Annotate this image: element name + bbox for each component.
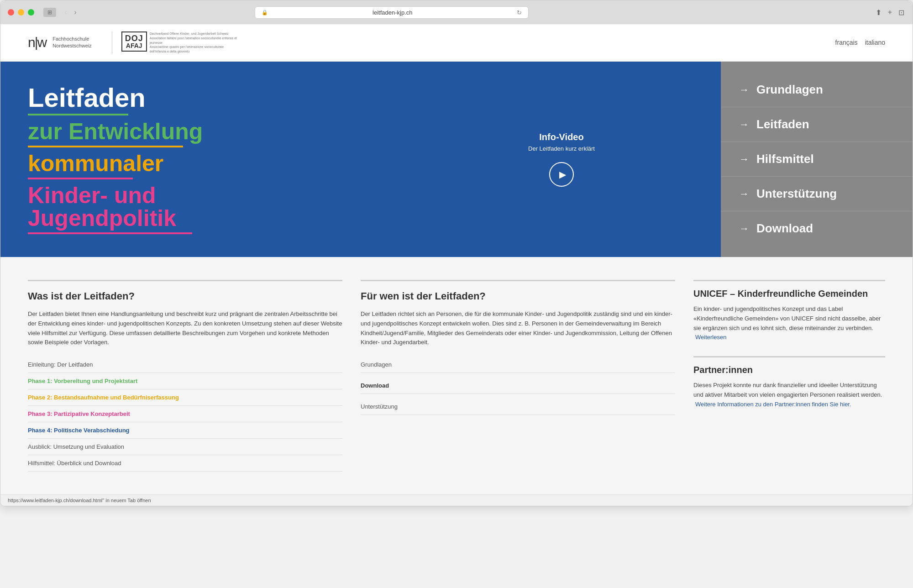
- hero-video: Info-Video Der Leitfaden kurz erklärt ▶: [402, 62, 721, 257]
- video-subtitle: Der Leitfaden kurz erklärt: [528, 145, 595, 152]
- list-item-phase3[interactable]: Phase 3: Partizipative Konzeptarbeit: [28, 406, 342, 422]
- partner-text: Dieses Projekt konnte nur dank finanziel…: [693, 381, 885, 409]
- nav-item-unterstutzung[interactable]: → Unterstützung: [721, 177, 913, 211]
- browser-content: n|w FachhochschuleNordwestschweiz DOJ AF…: [0, 24, 913, 494]
- left-section-title: Was ist der Leitfaden?: [28, 290, 342, 302]
- partner-link[interactable]: Weitere Informationen zu den Partner:inn…: [695, 401, 851, 408]
- divider: [693, 280, 885, 281]
- nav-arrow-icon: →: [739, 223, 749, 235]
- list-item-grundlagen[interactable]: Grundlagen: [361, 357, 675, 373]
- status-url: https://www.leitfaden-kjp.ch/download.ht…: [8, 498, 151, 503]
- underline-1: [28, 114, 128, 116]
- traffic-lights: [8, 9, 34, 16]
- list-item-unterstutzung[interactable]: Unterstützung: [361, 399, 675, 415]
- nav-label: Leitfaden: [756, 117, 809, 131]
- back-button[interactable]: ‹: [62, 6, 69, 18]
- nav-item-hilfsmittel[interactable]: → Hilfsmittel: [721, 142, 913, 177]
- address-bar[interactable]: 🔒 leitfaden-kjp.ch ↻: [255, 6, 529, 19]
- hero-title-2: zur Entwicklung: [28, 120, 375, 143]
- nav-label: Grundlagen: [756, 83, 823, 97]
- divider: [361, 280, 675, 281]
- close-button[interactable]: [8, 9, 14, 16]
- extensions-button[interactable]: ⊡: [897, 7, 905, 18]
- video-title: Info-Video: [539, 132, 583, 142]
- forward-button[interactable]: ›: [71, 6, 79, 18]
- nav-link-ausblick[interactable]: Ausblick: Umsetzung und Evaluation: [28, 443, 124, 450]
- main-content: Was ist der Leitfaden? Der Leitfaden bie…: [0, 257, 913, 494]
- nav-item-grundlagen[interactable]: → Grundlagen: [721, 73, 913, 107]
- add-tab-button[interactable]: +: [887, 7, 893, 17]
- nav-link-phase1[interactable]: Phase 1: Vorbereitung und Projektstart: [28, 378, 137, 384]
- nav-link-phase3[interactable]: Phase 3: Partizipative Konzeptarbeit: [28, 410, 130, 417]
- share-button[interactable]: ⬆: [875, 7, 882, 18]
- hero-title-4: Kinder- und: [28, 184, 375, 207]
- nav-link[interactable]: Einleitung: Der Leitfaden: [28, 361, 93, 368]
- partner-title: Partner:innen: [693, 365, 885, 375]
- hero-title-1: Leitfaden: [28, 84, 375, 111]
- nav-link-phase4[interactable]: Phase 4: Politische Verabschiedung: [28, 427, 130, 434]
- nav-arrow-icon: →: [739, 84, 749, 96]
- logo-nw-text: FachhochschuleNordwestschweiz: [52, 36, 92, 50]
- nav-item-leitfaden[interactable]: → Leitfaden: [721, 107, 913, 142]
- underline-2: [28, 146, 183, 147]
- list-item-phase2[interactable]: Phase 2: Bestandsaufnahme und Bedürfnise…: [28, 389, 342, 406]
- nav-link-phase2[interactable]: Phase 2: Bestandsaufnahme und Bedürfnise…: [28, 394, 179, 401]
- list-item-download[interactable]: Download: [361, 378, 675, 394]
- status-bar: https://www.leitfaden-kjp.ch/download.ht…: [0, 494, 913, 506]
- sidebar-toggle[interactable]: ⊞: [43, 8, 56, 17]
- maximize-button[interactable]: [28, 9, 34, 16]
- unicef-title: UNICEF – Kinderfreundliche Gemeinden: [693, 289, 885, 299]
- underline-3: [28, 178, 133, 179]
- left-column: Was ist der Leitfaden? Der Leitfaden bie…: [28, 280, 342, 472]
- list-item-phase4[interactable]: Phase 4: Politische Verabschiedung: [28, 422, 342, 439]
- logo-doj-main: DOJ: [125, 34, 143, 42]
- nav-label: Download: [756, 221, 813, 236]
- right-column: UNICEF – Kinderfreundliche Gemeinden Ein…: [693, 280, 885, 472]
- minimize-button[interactable]: [18, 9, 24, 16]
- play-button[interactable]: ▶: [549, 162, 574, 187]
- unicef-section: UNICEF – Kinderfreundliche Gemeinden Ein…: [693, 280, 885, 342]
- website: n|w FachhochschuleNordwestschweiz DOJ AF…: [0, 24, 913, 494]
- side-navigation: → Grundlagen → Leitfaden → Hilfsmittel →…: [721, 62, 913, 257]
- list-item[interactable]: Einleitung: Der Leitfaden: [28, 357, 342, 373]
- nav-arrow-icon: →: [739, 119, 749, 131]
- middle-column: Für wen ist der Leitfaden? Der Leitfaden…: [361, 280, 675, 472]
- divider: [28, 280, 342, 281]
- middle-section-title: Für wen ist der Leitfaden?: [361, 290, 675, 302]
- left-section-text: Der Leitfaden bietet Ihnen eine Handlung…: [28, 310, 342, 347]
- unicef-text: Ein kinder- und jugendpolitisches Konzep…: [693, 304, 885, 342]
- hero-left: Leitfaden zur Entwicklung kommunaler Kin…: [0, 62, 402, 257]
- underline-5: [28, 232, 192, 234]
- partner-section: Partner:innen Dieses Projekt konnte nur …: [693, 356, 885, 409]
- play-icon: ▶: [559, 169, 566, 180]
- nav-link-hilfsmittel[interactable]: Hilfsmittel: Überblick und Download: [28, 460, 121, 467]
- nav-item-download[interactable]: → Download: [721, 211, 913, 246]
- logo-doj: DOJ AFAJ Dachverband Offene Kinder- und …: [112, 31, 241, 54]
- logo-doj-sub: AFAJ: [126, 42, 142, 49]
- nav-label: Unterstützung: [756, 187, 837, 201]
- hero-section: Leitfaden zur Entwicklung kommunaler Kin…: [0, 62, 913, 257]
- url-text: leitfaden-kjp.ch: [272, 9, 513, 16]
- left-nav-list: Einleitung: Der Leitfaden Phase 1: Vorbe…: [28, 357, 342, 472]
- hero-title-5: Jugendpolitik: [28, 207, 375, 230]
- list-item-hilfsmittel[interactable]: Hilfsmittel: Überblick und Download: [28, 455, 342, 472]
- middle-links: Grundlagen Download Unterstützung: [361, 357, 675, 415]
- list-item-phase1[interactable]: Phase 1: Vorbereitung und Projektstart: [28, 373, 342, 389]
- nav-arrow-icon: →: [739, 188, 749, 200]
- window-controls: ⊞: [43, 8, 56, 17]
- lock-icon: 🔒: [262, 10, 268, 16]
- list-item-ausblick[interactable]: Ausblick: Umsetzung und Evaluation: [28, 439, 342, 455]
- logo-nw: n|w FachhochschuleNordwestschweiz: [28, 35, 92, 50]
- lang-italiano[interactable]: italiano: [865, 39, 885, 46]
- nav-arrow-icon: →: [739, 153, 749, 165]
- language-nav: français italiano: [835, 39, 885, 46]
- reload-icon: ↻: [517, 9, 522, 16]
- hero-title-3: kommunaler: [28, 152, 375, 175]
- lang-francais[interactable]: français: [835, 39, 858, 46]
- browser-toolbar: ⊞ ‹ › 🔒 leitfaden-kjp.ch ↻ ⬆ + ⊡: [0, 0, 913, 24]
- nav-buttons: ‹ ›: [62, 6, 79, 18]
- unicef-link[interactable]: Weiterlesen: [695, 334, 726, 341]
- logo-area: n|w FachhochschuleNordwestschweiz DOJ AF…: [28, 31, 241, 54]
- logo-doj-description: Dachverband Offene Kinder- und Jugendarb…: [150, 31, 241, 54]
- middle-section-text: Der Leitfaden richtet sich an Personen, …: [361, 310, 675, 347]
